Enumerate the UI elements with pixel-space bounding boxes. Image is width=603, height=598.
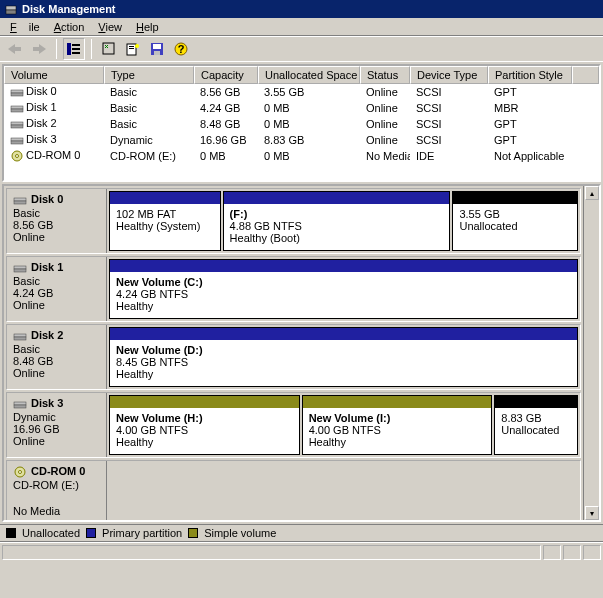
- table-row[interactable]: Disk 3Dynamic16.96 GB8.83 GBOnlineSCSIGP…: [4, 132, 599, 148]
- svg-rect-14: [153, 44, 161, 49]
- col-unallocated[interactable]: Unallocated Space: [258, 66, 360, 84]
- table-row[interactable]: Disk 2Basic8.48 GB0 MBOnlineSCSIGPT: [4, 116, 599, 132]
- volume-size: 4.00 GB NTFS: [309, 424, 486, 436]
- svg-rect-35: [14, 405, 26, 408]
- volume-status: Unallocated: [459, 220, 571, 232]
- legend-primary-swatch: [86, 528, 96, 538]
- disk-row: Disk 3Dynamic16.96 GBOnlineNew Volume (H…: [6, 392, 581, 458]
- svg-rect-8: [103, 43, 114, 54]
- forward-button: [28, 38, 50, 60]
- legend-primary-label: Primary partition: [102, 527, 182, 539]
- disk-info[interactable]: Disk 3Dynamic16.96 GBOnline: [7, 393, 107, 457]
- disk-row: Disk 0Basic8.56 GBOnline102 MB FATHealth…: [6, 188, 581, 254]
- table-row[interactable]: Disk 0Basic8.56 GB3.55 GBOnlineSCSIGPT: [4, 84, 599, 100]
- svg-rect-15: [154, 51, 160, 55]
- disk-row: Disk 1Basic4.24 GBOnlineNew Volume (C:)4…: [6, 256, 581, 322]
- disk-row: CD-ROM 0CD-ROM (E:)No Media: [6, 460, 581, 520]
- volume-size: 4.88 GB NTFS: [230, 220, 444, 232]
- menu-bar: File Action View Help: [0, 18, 603, 36]
- scrollbar[interactable]: ▴ ▾: [583, 186, 599, 520]
- volume-status: Healthy: [309, 436, 486, 448]
- menu-help[interactable]: Help: [130, 20, 165, 34]
- volume-size: 4.00 GB NTFS: [116, 424, 293, 436]
- disk-icon: [13, 397, 29, 411]
- volume-name: New Volume (H:): [116, 412, 293, 424]
- disk-info[interactable]: Disk 2Basic8.48 GBOnline: [7, 325, 107, 389]
- volume-header: [110, 396, 299, 408]
- title-bar: Disk Management: [0, 0, 603, 18]
- view-list-button[interactable]: [63, 38, 85, 60]
- volume-header: [110, 260, 577, 272]
- disk-list-header: Volume Type Capacity Unallocated Space S…: [4, 66, 599, 84]
- disk-info[interactable]: Disk 1Basic4.24 GBOnline: [7, 257, 107, 321]
- volume-status: Unallocated: [501, 424, 571, 436]
- volume-block[interactable]: 102 MB FATHealthy (System): [109, 191, 221, 251]
- table-row[interactable]: Disk 1Basic4.24 GB0 MBOnlineSCSIMBR: [4, 100, 599, 116]
- window-title: Disk Management: [22, 3, 116, 15]
- volume-block[interactable]: New Volume (H:)4.00 GB NTFSHealthy: [109, 395, 300, 455]
- scroll-up-button[interactable]: ▴: [585, 186, 599, 200]
- volume-status: Healthy: [116, 368, 571, 380]
- legend-unallocated-swatch: [6, 528, 16, 538]
- svg-rect-25: [11, 141, 23, 144]
- volume-block[interactable]: 8.83 GBUnallocated: [494, 395, 578, 455]
- volume-block[interactable]: New Volume (C:)4.24 GB NTFSHealthy: [109, 259, 578, 319]
- disk-size: 8.56 GB: [13, 219, 100, 231]
- svg-rect-33: [14, 337, 26, 340]
- col-volume[interactable]: Volume: [4, 66, 104, 84]
- help-button[interactable]: ?: [170, 38, 192, 60]
- svg-rect-22: [11, 122, 23, 125]
- volume-block[interactable]: (F:)4.88 GB NTFSHealthy (Boot): [223, 191, 451, 251]
- col-pstyle[interactable]: Partition Style: [488, 66, 572, 84]
- scroll-down-button[interactable]: ▾: [585, 506, 599, 520]
- properties-button[interactable]: [122, 38, 144, 60]
- volume-size: 102 MB FAT: [116, 208, 214, 220]
- cdrom-icon: [10, 149, 26, 163]
- volume-block[interactable]: New Volume (D:)8.45 GB NTFSHealthy: [109, 327, 578, 387]
- volume-header: [453, 192, 577, 204]
- save-button[interactable]: [146, 38, 168, 60]
- disk-icon: [10, 85, 26, 99]
- volume-status: Healthy (Boot): [230, 232, 444, 244]
- col-status[interactable]: Status: [360, 66, 410, 84]
- menu-file[interactable]: File: [4, 20, 46, 34]
- col-type[interactable]: Type: [104, 66, 194, 84]
- graphical-view: Disk 0Basic8.56 GBOnline102 MB FATHealth…: [2, 184, 601, 522]
- app-icon: [4, 2, 18, 16]
- svg-rect-32: [14, 334, 26, 337]
- disk-volumes: New Volume (D:)8.45 GB NTFSHealthy: [107, 325, 580, 389]
- disk-status: No Media: [13, 505, 100, 517]
- col-capacity[interactable]: Capacity: [194, 66, 258, 84]
- col-device[interactable]: Device Type: [410, 66, 488, 84]
- menu-view[interactable]: View: [92, 20, 128, 34]
- volume-header: [110, 328, 577, 340]
- volume-name: (F:): [230, 208, 444, 220]
- volume-block[interactable]: 3.55 GBUnallocated: [452, 191, 578, 251]
- svg-rect-28: [14, 198, 26, 201]
- svg-rect-30: [14, 266, 26, 269]
- volume-size: 8.45 GB NTFS: [116, 356, 571, 368]
- svg-rect-29: [14, 201, 26, 204]
- disk-status: Online: [13, 367, 100, 379]
- disk-type: Dynamic: [13, 411, 100, 423]
- disk-status: Online: [13, 299, 100, 311]
- volume-block[interactable]: New Volume (I:)4.00 GB NTFSHealthy: [302, 395, 493, 455]
- menu-action[interactable]: Action: [48, 20, 91, 34]
- disk-status: Online: [13, 435, 100, 447]
- refresh-button[interactable]: [98, 38, 120, 60]
- disk-icon: [13, 329, 29, 343]
- disk-info[interactable]: CD-ROM 0CD-ROM (E:)No Media: [7, 461, 107, 520]
- svg-rect-3: [33, 47, 39, 51]
- disk-info[interactable]: Disk 0Basic8.56 GBOnline: [7, 189, 107, 253]
- disk-type: Basic: [13, 275, 100, 287]
- volume-header: [303, 396, 492, 408]
- volume-size: 3.55 GB: [459, 208, 571, 220]
- volume-status: Healthy: [116, 436, 293, 448]
- volume-size: 4.24 GB NTFS: [116, 288, 571, 300]
- svg-rect-21: [11, 109, 23, 112]
- status-bar: [0, 542, 603, 562]
- back-button: [4, 38, 26, 60]
- cdrom-icon: [13, 465, 29, 479]
- disk-size: 16.96 GB: [13, 423, 100, 435]
- table-row[interactable]: CD-ROM 0CD-ROM (E:)0 MB0 MBNo MediaIDENo…: [4, 148, 599, 164]
